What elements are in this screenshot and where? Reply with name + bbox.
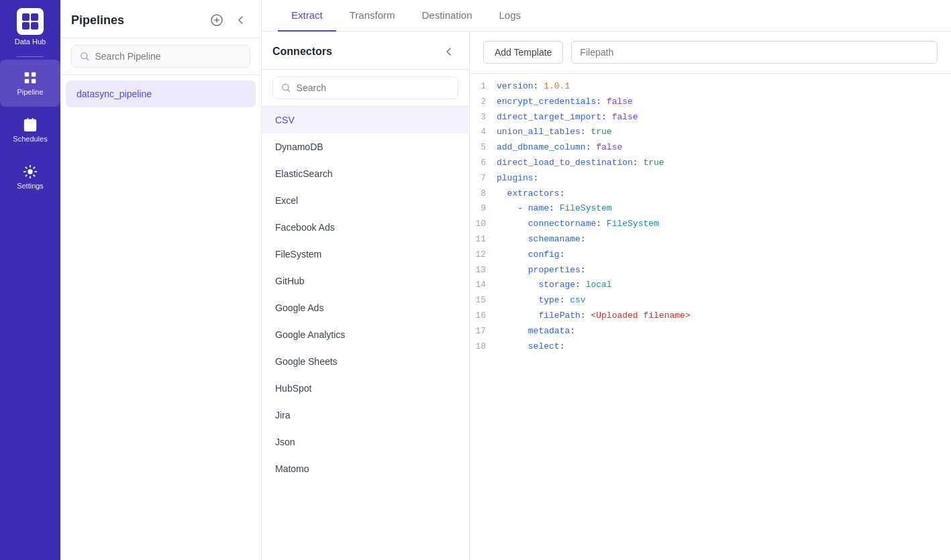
add-pipeline-button[interactable] [207,11,226,30]
connector-item-matomo[interactable]: Matomo [262,455,469,482]
tabs-bar: Extract Transform Destination Logs [262,0,951,32]
code-toolbar: Add Template [470,32,951,74]
extract-content: Connectors CSV DynamoDB [262,32,951,560]
pipeline-list: datasync_pipeline [60,75,261,560]
connector-item-jira[interactable]: Jira [262,402,469,429]
svg-rect-7 [32,79,36,83]
connectors-list: CSV DynamoDB ElasticSearch Excel Faceboo… [262,107,469,560]
connector-item-google-ads[interactable]: Google Ads [262,294,469,321]
code-line-2: 2 encrypt_credentials: false [470,95,951,110]
code-line-10: 10 connectorname: FileSystem [470,217,951,232]
code-editor[interactable]: 1 version: 1.0.1 2 encrypt_credentials: … [470,74,951,560]
code-line-15: 15 type: csv [470,293,951,309]
pipeline-header: Pipelines [60,0,261,38]
code-line-3: 3 direct_target_import: false [470,110,951,125]
svg-point-9 [28,170,32,174]
collapse-panel-button[interactable] [232,11,250,30]
connectors-search-input[interactable] [297,82,450,93]
connector-item-json[interactable]: Json [262,429,469,455]
tab-logs[interactable]: Logs [486,0,535,32]
sidebar-item-schedules[interactable]: Schedules [0,107,60,154]
code-line-11: 11 schemaname: [470,232,951,247]
code-line-13: 13 properties: [470,263,951,278]
tab-extract[interactable]: Extract [278,0,336,32]
svg-rect-6 [25,79,29,83]
code-line-5: 5 add_dbname_column: false [470,140,951,156]
tab-transform[interactable]: Transform [336,0,409,32]
collapse-connectors-button[interactable] [440,42,458,61]
connector-item-csv[interactable]: CSV [262,107,469,133]
svg-rect-1 [31,13,38,21]
svg-rect-0 [22,13,30,21]
add-template-button[interactable]: Add Template [483,41,563,64]
connectors-search-icon [281,82,291,93]
filepath-input[interactable] [571,41,938,64]
pipeline-search-bar [60,38,261,75]
sidebar-item-pipeline[interactable]: Pipeline [0,60,60,107]
connectors-search [262,70,469,107]
pipeline-search-wrap [71,45,250,68]
code-line-12: 12 config: [470,247,951,263]
code-line-16: 16 filePath: <Uploaded filename> [470,309,951,324]
svg-rect-5 [32,72,36,76]
connector-item-elasticsearch[interactable]: ElasticSearch [262,160,469,187]
sidebar-item-pipeline-label: Pipeline [17,88,43,96]
code-line-8: 8 extractors: [470,186,951,202]
sidebar-item-settings[interactable]: Settings [0,154,60,201]
sidebar-item-schedules-label: Schedules [13,135,47,143]
code-line-14: 14 storage: local [470,278,951,293]
connector-item-facebook-ads[interactable]: Facebook Ads [262,214,469,241]
pipeline-header-actions [207,11,250,30]
svg-rect-2 [22,22,30,30]
pipeline-panel: Pipelines datasync_pi [60,0,262,560]
code-line-17: 17 metadata: [470,324,951,339]
connector-item-excel[interactable]: Excel [262,187,469,214]
code-line-18: 18 select: [470,339,951,355]
connectors-header: Connectors [262,32,469,70]
code-line-7: 7 plugins: [470,171,951,186]
code-line-9: 9 - name: FileSystem [470,201,951,217]
connectors-search-wrap [272,76,458,99]
connector-item-github[interactable]: GitHub [262,268,469,294]
connectors-title: Connectors [272,46,332,58]
connector-item-google-sheets[interactable]: Google Sheets [262,348,469,375]
code-line-1: 1 version: 1.0.1 [470,79,951,95]
svg-rect-4 [25,72,29,76]
svg-rect-8 [25,120,36,131]
connector-item-hubspot[interactable]: HubSpot [262,375,469,402]
pipeline-search-input[interactable] [95,51,242,62]
logo-label: Data Hub [15,38,46,46]
logo-icon [17,8,44,35]
connector-item-dynamodb[interactable]: DynamoDB [262,133,469,160]
sidebar-divider [17,56,44,57]
connector-item-filesystem[interactable]: FileSystem [262,241,469,268]
sidebar-item-settings-label: Settings [17,182,44,190]
code-panel: Add Template 1 version: 1.0.1 2 encrypt_… [470,32,951,560]
connector-item-google-analytics[interactable]: Google Analytics [262,321,469,348]
sidebar-logo: Data Hub [0,0,60,54]
code-line-4: 4 union_all_tables: true [470,125,951,140]
code-line-6: 6 direct_load_to_destination: true [470,156,951,171]
list-item[interactable]: datasync_pipeline [66,80,256,107]
svg-rect-3 [31,22,38,30]
pipeline-title: Pipelines [71,13,124,27]
tab-destination[interactable]: Destination [408,0,485,32]
content-area: Extract Transform Destination Logs Conne… [262,0,951,560]
connectors-panel: Connectors CSV DynamoDB [262,32,470,560]
sidebar: Data Hub Pipeline Schedules Settings [0,0,60,560]
search-icon [80,51,90,62]
